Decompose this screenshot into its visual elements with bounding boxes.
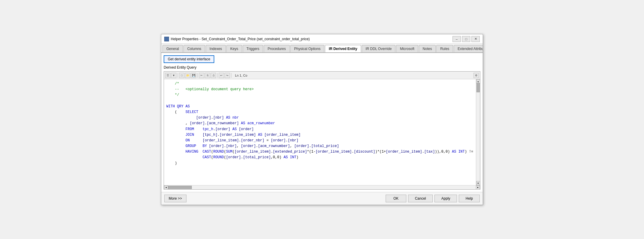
content-area: Get derived entity interface Derived Ent… (161, 53, 483, 192)
main-window: Helper Properties - Set_Constraint_Order… (161, 34, 483, 205)
maximize-button[interactable]: □ (462, 36, 470, 42)
tab-procedures[interactable]: Procedures (264, 45, 289, 52)
tab-physical-options[interactable]: Physical Options (290, 45, 324, 52)
toolbar-sep-2 (197, 73, 198, 78)
tab-columns[interactable]: Columns (183, 45, 205, 52)
toolbar-copy[interactable]: ⎘ (205, 73, 210, 78)
tab-triggers[interactable]: Triggers (243, 45, 263, 52)
toolbar-sep-4 (231, 73, 231, 78)
tab-bar: General Columns Indexes Keys Triggers Pr… (161, 44, 483, 53)
scroll-down-button[interactable]: ▼ (476, 181, 480, 185)
ok-button[interactable]: OK (386, 195, 406, 202)
vertical-scrollbar[interactable]: ▲ ▼ (476, 79, 480, 185)
minimize-button[interactable]: – (453, 36, 461, 42)
toolbar-right: ⚙ (474, 73, 479, 78)
cancel-button[interactable]: Cancel (408, 195, 433, 202)
help-button[interactable]: Help (459, 195, 480, 202)
get-derived-entity-button[interactable]: Get derived entity interface (164, 55, 214, 63)
tab-extended-attributes[interactable]: Extended Attributes (454, 45, 483, 52)
editor-toolbar: ☰ ▼ □ 📁 💾 ✂ ⎘ ⎙ ↩ ↪ Ln 1, Co ⚙ (164, 72, 480, 79)
title-bar-left: Helper Properties - Set_Constraint_Order… (164, 37, 310, 41)
toolbar-paste[interactable]: ⎙ (211, 73, 216, 78)
scroll-thumb-v[interactable] (476, 83, 480, 92)
toolbar-cut[interactable]: ✂ (199, 73, 204, 78)
editor-body: /* -- <optionally document query here> *… (164, 79, 480, 185)
title-bar: Helper Properties - Set_Constraint_Order… (161, 34, 483, 44)
scroll-left-button[interactable]: ◄ (164, 185, 168, 190)
close-button[interactable]: ✕ (471, 36, 480, 42)
bottom-left: More >> (164, 195, 186, 202)
tab-ir-ddl-override[interactable]: IR DDL Override (362, 45, 395, 52)
scroll-right-button[interactable]: ► (476, 185, 480, 190)
section-label: Derived Entity Query (164, 65, 480, 70)
window-title: Helper Properties - Set_Constraint_Order… (171, 37, 310, 41)
code-editor[interactable]: /* -- <optionally document query here> *… (164, 79, 476, 185)
scroll-up-button[interactable]: ▲ (476, 79, 480, 83)
tab-microsoft[interactable]: Microsoft (396, 45, 418, 52)
toolbar-undo[interactable]: ↩ (219, 73, 224, 78)
toolbar-dropdown[interactable]: ▼ (171, 73, 176, 78)
editor-container: ☰ ▼ □ 📁 💾 ✂ ⎘ ⎙ ↩ ↪ Ln 1, Co ⚙ (164, 71, 480, 190)
bottom-right: OK Cancel Apply Help (386, 195, 480, 202)
cursor-position: Ln 1, Co (235, 74, 247, 77)
apply-button[interactable]: Apply (434, 195, 457, 202)
toolbar-sep-1 (178, 73, 178, 78)
scroll-track-h (168, 185, 476, 189)
title-bar-controls: – □ ✕ (453, 36, 480, 42)
toolbar-icon-1[interactable]: ☰ (165, 73, 170, 78)
app-icon (164, 37, 169, 41)
scroll-thumb-h[interactable] (168, 186, 192, 189)
tab-notes[interactable]: Notes (419, 45, 436, 52)
toolbar-open[interactable]: 📁 (185, 73, 190, 78)
tab-keys[interactable]: Keys (226, 45, 242, 52)
toolbar-save[interactable]: 💾 (191, 73, 196, 78)
scroll-track-v (476, 83, 480, 181)
horizontal-scrollbar[interactable]: ◄ ► (164, 185, 480, 189)
toolbar-redo[interactable]: ↪ (225, 73, 230, 78)
tab-indexes[interactable]: Indexes (206, 45, 226, 52)
tab-ir-derived-entity[interactable]: IR Derived Entity (325, 45, 361, 53)
toolbar-new[interactable]: □ (179, 73, 184, 78)
toolbar-settings[interactable]: ⚙ (474, 73, 479, 78)
tab-general[interactable]: General (162, 45, 183, 52)
bottom-bar: More >> OK Cancel Apply Help (161, 192, 483, 205)
more-button[interactable]: More >> (164, 195, 186, 202)
toolbar-sep-3 (217, 73, 218, 78)
tab-rules[interactable]: Rules (436, 45, 453, 52)
